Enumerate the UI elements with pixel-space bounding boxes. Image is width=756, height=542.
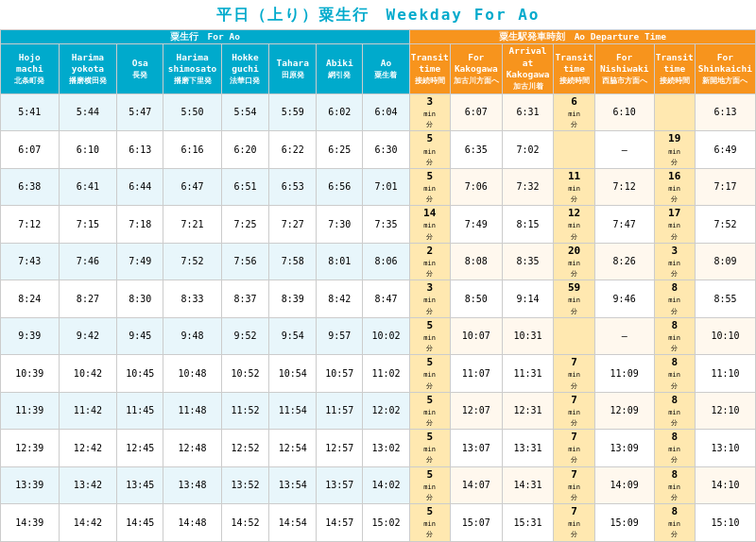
left-cell: 6:30 xyxy=(363,131,409,168)
left-cell: 14:02 xyxy=(363,466,409,503)
col-header-right-3: Transittime接続時間 xyxy=(554,44,594,93)
left-cell: 6:44 xyxy=(117,168,163,205)
table-row: 11:3911:4211:4511:4811:5211:5411:5712:02… xyxy=(1,392,756,429)
nishiwaki-cell: 11:09 xyxy=(594,355,654,392)
nishiwaki-cell: 14:09 xyxy=(594,466,654,503)
left-cell: 7:27 xyxy=(269,206,317,243)
left-cell: 11:48 xyxy=(163,392,222,429)
left-cell: 10:54 xyxy=(269,355,317,392)
left-cell: 12:02 xyxy=(363,392,409,429)
transit-cell-1: 5min分 xyxy=(409,430,450,466)
left-cell: 7:43 xyxy=(1,243,60,279)
kakogawa-cell: 10:07 xyxy=(450,317,502,354)
left-cell: 7:35 xyxy=(363,206,409,243)
left-section-header: 粟生行 For Ao xyxy=(1,30,410,44)
transit-cell-3: 8min分 xyxy=(654,466,695,503)
left-cell: 10:57 xyxy=(317,355,363,392)
arrival-kago-cell: 7:32 xyxy=(502,168,554,205)
table-row: 7:437:467:497:527:567:588:018:062min分8:0… xyxy=(1,243,756,279)
left-cell: 12:39 xyxy=(1,430,60,466)
shinkaichi-cell: 6:13 xyxy=(695,93,755,130)
left-cell: 11:42 xyxy=(59,392,117,429)
nishiwaki-cell: 9:46 xyxy=(594,280,654,317)
left-cell: 13:54 xyxy=(269,466,317,503)
left-cell: 9:39 xyxy=(1,317,60,354)
col-header-left-6: Abiki網引発 xyxy=(317,44,363,93)
page-title: 平日（上り）粟生行 Weekday For Ao xyxy=(0,0,756,29)
col-header-right-5: Transittime接続時間 xyxy=(654,44,695,93)
left-cell: 14:54 xyxy=(269,504,317,541)
nishiwaki-cell: 12:09 xyxy=(594,392,654,429)
left-cell: 7:30 xyxy=(317,206,363,243)
transit-cell-3: 8min分 xyxy=(654,355,695,392)
col-header-right-2: Arrival atKakogawa加古川着 xyxy=(502,44,554,93)
left-cell: 6:13 xyxy=(117,131,163,168)
left-cell: 10:42 xyxy=(59,355,117,392)
shinkaichi-cell: 8:55 xyxy=(695,280,755,317)
kakogawa-cell: 8:08 xyxy=(450,243,502,279)
left-cell: 7:21 xyxy=(163,206,222,243)
right-section-header: 粟生駅発車時刻 Ao Departure Time xyxy=(409,30,755,44)
shinkaichi-cell: 11:10 xyxy=(695,355,755,392)
table-row: 5:415:445:475:505:545:596:026:043min分6:0… xyxy=(1,93,756,130)
left-cell: 9:57 xyxy=(317,317,363,354)
left-cell: 12:52 xyxy=(221,430,268,466)
table-row: 13:3913:4213:4513:4813:5213:5413:5714:02… xyxy=(1,466,756,503)
transit-cell-3: 8min分 xyxy=(654,430,695,466)
arrival-kago-cell: 8:35 xyxy=(502,243,554,279)
arrival-kago-cell: 9:14 xyxy=(502,280,554,317)
table-row: 12:3912:4212:4512:4812:5212:5412:5713:02… xyxy=(1,430,756,466)
shinkaichi-cell: 7:52 xyxy=(695,206,755,243)
nishiwaki-cell: 6:10 xyxy=(594,93,654,130)
left-cell: 11:45 xyxy=(117,392,163,429)
transit-cell-1: 5min分 xyxy=(409,392,450,429)
transit-cell-3: 16min分 xyxy=(654,168,695,205)
nishiwaki-cell: 8:26 xyxy=(594,243,654,279)
schedule-table: 粟生行 For Ao 粟生駅発車時刻 Ao Departure Time Hoj… xyxy=(0,29,756,542)
left-cell: 6:53 xyxy=(269,168,317,205)
left-cell: 6:07 xyxy=(1,131,60,168)
arrival-kago-cell: 8:15 xyxy=(502,206,554,243)
transit-cell-1: 2min分 xyxy=(409,243,450,279)
left-cell: 9:45 xyxy=(117,317,163,354)
shinkaichi-cell: 12:10 xyxy=(695,392,755,429)
shinkaichi-cell: 14:10 xyxy=(695,466,755,503)
transit-cell-3: 8min分 xyxy=(654,317,695,354)
left-cell: 11:39 xyxy=(1,392,60,429)
transit-cell-1: 5min分 xyxy=(409,317,450,354)
left-cell: 14:39 xyxy=(1,504,60,541)
left-cell: 7:01 xyxy=(363,168,409,205)
left-cell: 6:10 xyxy=(59,131,117,168)
transit-cell-1: 5min分 xyxy=(409,355,450,392)
shinkaichi-cell: 7:17 xyxy=(695,168,755,205)
nishiwaki-cell: 7:12 xyxy=(594,168,654,205)
shinkaichi-cell: 8:09 xyxy=(695,243,755,279)
transit-cell-1: 5min分 xyxy=(409,504,450,541)
left-cell: 7:46 xyxy=(59,243,117,279)
left-cell: 12:57 xyxy=(317,430,363,466)
arrival-kago-cell: 7:02 xyxy=(502,131,554,168)
left-cell: 8:01 xyxy=(317,243,363,279)
left-cell: 11:52 xyxy=(221,392,268,429)
left-cell: 12:48 xyxy=(163,430,222,466)
left-cell: 13:48 xyxy=(163,466,222,503)
left-cell: 7:56 xyxy=(221,243,268,279)
transit-cell-2: 7min分 xyxy=(554,466,594,503)
left-cell: 9:48 xyxy=(163,317,222,354)
kakogawa-cell: 8:50 xyxy=(450,280,502,317)
col-header-left-5: Tahara田原発 xyxy=(269,44,317,93)
left-cell: 14:42 xyxy=(59,504,117,541)
transit-cell-1: 14min分 xyxy=(409,206,450,243)
left-cell: 8:37 xyxy=(221,280,268,317)
left-cell: 5:47 xyxy=(117,93,163,130)
transit-cell-3: 8min分 xyxy=(654,504,695,541)
left-cell: 5:54 xyxy=(221,93,268,130)
left-cell: 6:41 xyxy=(59,168,117,205)
left-cell: 6:47 xyxy=(163,168,222,205)
arrival-kago-cell: 12:31 xyxy=(502,392,554,429)
left-cell: 7:15 xyxy=(59,206,117,243)
left-cell: 6:22 xyxy=(269,131,317,168)
transit-cell-2: 7min分 xyxy=(554,430,594,466)
left-cell: 8:33 xyxy=(163,280,222,317)
arrival-kago-cell: 6:31 xyxy=(502,93,554,130)
